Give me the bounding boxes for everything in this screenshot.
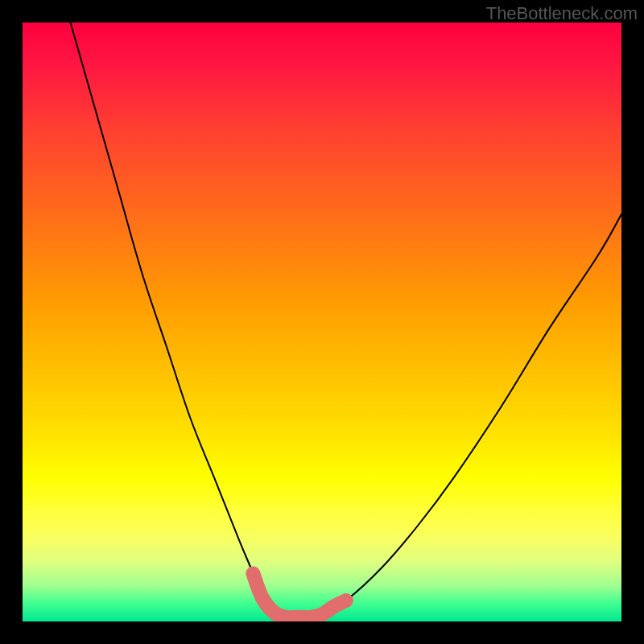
watermark-text: TheBottleneck.com <box>486 3 638 24</box>
optimal-region-marker <box>253 574 345 618</box>
plot-area <box>23 23 621 621</box>
chart-svg <box>23 23 621 621</box>
bottleneck-curve <box>71 23 622 617</box>
